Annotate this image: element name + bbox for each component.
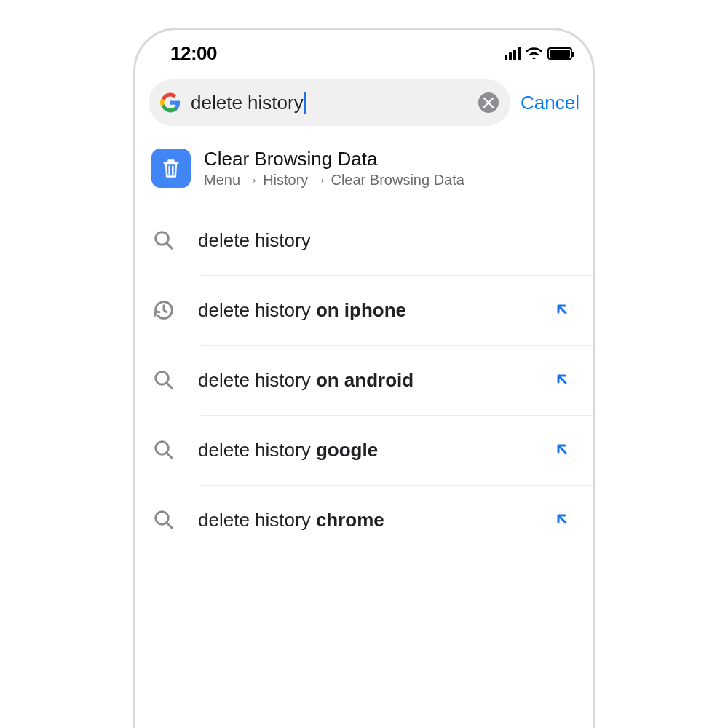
text-caret [304,92,306,114]
history-icon [151,298,176,323]
search-icon [151,438,176,462]
suggestion-row[interactable]: delete history [135,205,593,275]
suggestion-row[interactable]: delete history chrome [135,485,593,555]
action-text: Clear Browsing Data Menu → History → Cle… [204,148,464,189]
suggestion-row[interactable]: delete history google [135,415,593,485]
clear-input-button[interactable] [478,92,499,113]
insert-arrow-icon[interactable] [553,510,572,529]
insert-arrow-icon[interactable] [553,440,572,459]
suggestion-text: delete history google [198,439,553,462]
insert-arrow-icon[interactable] [553,371,572,389]
search-icon [151,228,176,253]
status-time: 12:00 [170,42,217,65]
action-subtitle: Menu → History → Clear Browsing Data [204,172,464,189]
battery-icon [547,47,572,60]
suggestion-text: delete history [198,229,572,252]
trash-icon [151,149,191,188]
insert-arrow-icon[interactable] [553,301,572,320]
suggestion-list: delete historydelete history on iphonede… [135,205,593,555]
search-icon [151,507,176,532]
wifi-icon [526,47,542,60]
clear-browsing-data-action[interactable]: Clear Browsing Data Menu → History → Cle… [135,136,593,205]
phone-frame: 12:00 [133,28,595,728]
action-title: Clear Browsing Data [204,148,464,170]
suggestion-row[interactable]: delete history on android [135,345,593,415]
search-icon [151,368,176,392]
suggestion-text: delete history on android [198,369,553,392]
google-logo-icon [160,92,181,113]
cellular-signal-icon [505,47,521,60]
search-query-text: delete history [191,92,304,114]
status-icons [505,47,572,60]
cancel-button[interactable]: Cancel [521,92,579,114]
omnibox[interactable]: delete history [149,79,510,126]
search-row: delete history Cancel [135,72,593,136]
suggestion-text: delete history on iphone [198,299,553,322]
suggestion-row[interactable]: delete history on iphone [135,275,593,345]
suggestion-text: delete history chrome [198,509,553,531]
search-input[interactable]: delete history [181,92,478,114]
status-bar: 12:00 [135,30,593,72]
